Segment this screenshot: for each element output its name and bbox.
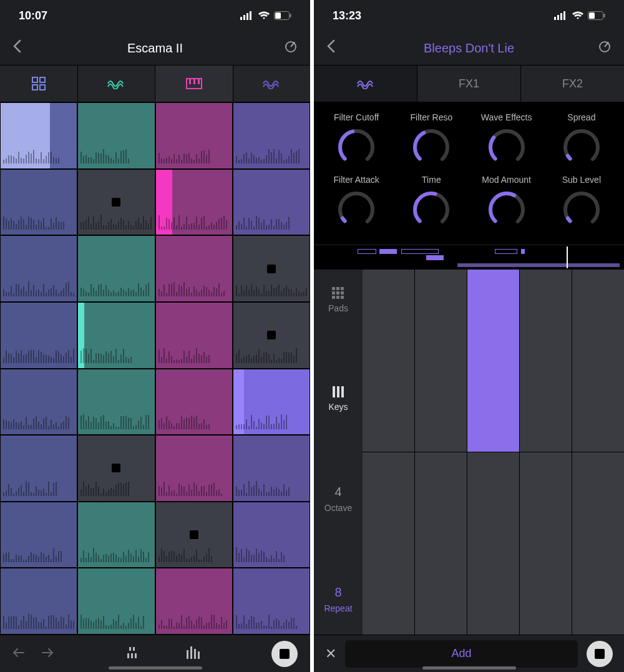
- timeline[interactable]: [314, 245, 624, 270]
- key-2[interactable]: [415, 270, 467, 452]
- svg-rect-12: [40, 85, 45, 90]
- key-9[interactable]: [520, 452, 572, 635]
- wifi-icon: [572, 11, 584, 20]
- clip-4-1[interactable]: [77, 369, 155, 436]
- sidebar-octave[interactable]: 4 Octave: [324, 485, 352, 513]
- knob-filter-cutoff[interactable]: Filter Cutoff: [320, 112, 392, 167]
- svg-rect-59: [341, 296, 344, 299]
- svg-rect-24: [194, 649, 196, 659]
- clip-3-2[interactable]: [155, 302, 233, 369]
- tab-fx1[interactable]: FX1: [417, 66, 521, 102]
- redo-icon[interactable]: [39, 646, 54, 661]
- key-1[interactable]: [363, 270, 414, 452]
- clip-7-3[interactable]: [233, 568, 310, 635]
- clip-0-1[interactable]: [77, 102, 155, 169]
- nav-bar: Bleeps Don't Lie: [314, 31, 624, 65]
- svg-rect-51: [332, 287, 335, 290]
- svg-rect-23: [190, 646, 192, 659]
- clip-7-2[interactable]: [155, 568, 233, 635]
- clip-5-0[interactable]: [0, 435, 77, 502]
- key-3[interactable]: [467, 270, 519, 452]
- key-10[interactable]: [572, 452, 624, 635]
- signal-icon: [554, 11, 568, 20]
- svg-rect-1: [243, 15, 245, 20]
- knob-panel: Filter CutoffFilter ResoWave EffectsSpre…: [314, 102, 624, 245]
- tab-fx2[interactable]: FX2: [521, 66, 624, 102]
- sidebar-keys[interactable]: Keys: [328, 386, 348, 412]
- knob-time[interactable]: Time: [396, 175, 467, 230]
- clip-6-3[interactable]: [233, 502, 310, 568]
- svg-point-49: [558, 187, 605, 233]
- sidebar-pads[interactable]: Pads: [328, 287, 348, 313]
- svg-rect-11: [32, 85, 37, 90]
- page-title: Escama II: [127, 41, 183, 56]
- clip-5-2[interactable]: [155, 435, 233, 502]
- clip-2-2[interactable]: [155, 235, 233, 302]
- track-tab-0[interactable]: [0, 66, 78, 102]
- tab-synth[interactable]: [314, 66, 417, 102]
- knob-wave-effects[interactable]: Wave Effects: [470, 112, 542, 167]
- clip-1-0[interactable]: [0, 169, 77, 236]
- svg-rect-28: [560, 13, 562, 20]
- clip-3-0[interactable]: [0, 302, 77, 369]
- key-4[interactable]: [520, 270, 572, 452]
- back-button[interactable]: [12, 39, 21, 57]
- clip-4-3[interactable]: [233, 369, 310, 436]
- clip-3-3[interactable]: [233, 302, 310, 369]
- clip-5-1[interactable]: [77, 435, 155, 502]
- svg-rect-21: [135, 653, 137, 658]
- knob-spread[interactable]: Spread: [545, 112, 617, 167]
- knob-filter-attack[interactable]: Filter Attack: [320, 175, 392, 230]
- battery-icon: [274, 11, 291, 20]
- clip-1-2[interactable]: [155, 169, 233, 236]
- undo-icon[interactable]: [12, 646, 27, 661]
- stop-button[interactable]: [271, 641, 298, 667]
- mixer-icon[interactable]: [186, 646, 200, 661]
- track-tab-3[interactable]: [233, 66, 311, 102]
- metronome-icon[interactable]: [284, 40, 298, 56]
- status-indicators: [554, 11, 605, 20]
- svg-rect-57: [332, 296, 335, 299]
- svg-rect-61: [337, 386, 339, 397]
- arrange-icon[interactable]: [126, 646, 139, 662]
- svg-rect-60: [333, 386, 335, 397]
- clip-7-1[interactable]: [77, 568, 155, 635]
- close-button[interactable]: ✕: [325, 646, 336, 662]
- svg-rect-15: [193, 79, 195, 84]
- clip-4-2[interactable]: [155, 369, 233, 436]
- add-button[interactable]: Add: [345, 640, 578, 668]
- sidebar-repeat[interactable]: 8 Repeat: [324, 585, 352, 613]
- clip-0-0[interactable]: [0, 102, 77, 169]
- key-7[interactable]: [415, 452, 467, 635]
- clip-2-0[interactable]: [0, 235, 77, 302]
- key-8[interactable]: [467, 452, 519, 635]
- clip-3-1[interactable]: [77, 302, 155, 369]
- stop-button[interactable]: [587, 641, 613, 667]
- clip-5-3[interactable]: [233, 435, 310, 502]
- clip-4-0[interactable]: [0, 369, 77, 436]
- clip-1-3[interactable]: [233, 169, 310, 236]
- knob-mod-amount[interactable]: Mod Amount: [470, 175, 542, 230]
- track-tab-1[interactable]: [78, 66, 156, 102]
- clip-6-1[interactable]: [77, 502, 155, 568]
- svg-rect-25: [198, 651, 200, 659]
- wifi-icon: [258, 11, 270, 20]
- clip-6-2[interactable]: [155, 502, 233, 568]
- clip-1-1[interactable]: [77, 169, 155, 236]
- knob-filter-reso[interactable]: Filter Reso: [396, 112, 467, 167]
- clip-2-3[interactable]: [233, 235, 310, 302]
- key-6[interactable]: [363, 452, 414, 635]
- metronome-icon[interactable]: [598, 40, 612, 56]
- svg-rect-54: [332, 291, 335, 295]
- clip-0-2[interactable]: [155, 102, 233, 169]
- knob-sub-level[interactable]: Sub Level: [545, 175, 617, 230]
- track-tab-2[interactable]: [155, 66, 233, 102]
- clip-7-0[interactable]: [0, 568, 77, 635]
- clip-0-3[interactable]: [233, 102, 310, 169]
- clip-6-0[interactable]: [0, 502, 77, 568]
- svg-rect-6: [290, 14, 291, 17]
- back-button[interactable]: [326, 39, 335, 57]
- svg-rect-16: [198, 79, 200, 84]
- key-5[interactable]: [572, 270, 624, 452]
- clip-2-1[interactable]: [77, 235, 155, 302]
